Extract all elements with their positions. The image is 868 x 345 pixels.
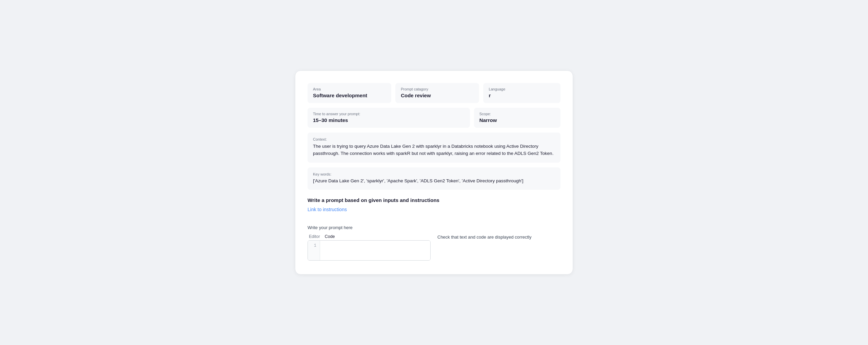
- editor-left: Write your prompt here Editor Code 1: [308, 225, 431, 261]
- scope-value: Narrow: [479, 117, 555, 123]
- code-editor-area: 1: [308, 240, 431, 261]
- language-label: Language: [489, 87, 555, 91]
- scope-label: Scope:: [479, 112, 555, 116]
- link-to-instructions[interactable]: Link to instructions: [308, 207, 347, 212]
- prompt-category-field: Prompt catagory Code review: [395, 83, 479, 103]
- editor-right-label: Check that text and code are displayed c…: [437, 235, 560, 240]
- second-row: Time to answer your prompt: 15–30 minute…: [308, 108, 560, 128]
- top-fields-row: Area Software development Prompt catagor…: [308, 83, 560, 103]
- line-numbers: 1: [308, 241, 320, 260]
- keywords-text: ['Azure Data Lake Gen 2', 'sparklyr', 'A…: [313, 178, 555, 184]
- context-text: The user is trying to query Azure Data L…: [313, 143, 555, 157]
- scope-field: Scope: Narrow: [474, 108, 560, 128]
- editor-right: Check that text and code are displayed c…: [437, 225, 560, 240]
- area-value: Software development: [313, 93, 386, 98]
- time-to-answer-value: 15–30 minutes: [313, 117, 465, 123]
- main-card: Area Software development Prompt catagor…: [295, 70, 573, 275]
- prompt-category-value: Code review: [401, 93, 474, 98]
- prompt-category-label: Prompt catagory: [401, 87, 474, 91]
- keywords-label: Key words:: [313, 172, 555, 176]
- language-field: Language r: [483, 83, 560, 103]
- tab-code[interactable]: Code: [323, 233, 338, 240]
- context-box: Context: The user is trying to query Azu…: [308, 133, 560, 163]
- editor-section: Write your prompt here Editor Code 1 Che…: [308, 225, 560, 261]
- editor-left-label: Write your prompt here: [308, 225, 431, 230]
- time-to-answer-label: Time to answer your prompt:: [313, 112, 465, 116]
- area-field: Area Software development: [308, 83, 391, 103]
- context-label: Context:: [313, 137, 555, 141]
- area-label: Area: [313, 87, 386, 91]
- language-value: r: [489, 93, 555, 98]
- section-heading: Write a prompt based on given inputs and…: [308, 197, 560, 203]
- time-to-answer-field: Time to answer your prompt: 15–30 minute…: [308, 108, 470, 128]
- editor-tabs: Editor Code: [308, 233, 431, 240]
- code-input[interactable]: [320, 241, 430, 260]
- tab-editor[interactable]: Editor: [308, 233, 323, 240]
- keywords-box: Key words: ['Azure Data Lake Gen 2', 'sp…: [308, 167, 560, 190]
- editor-columns: Write your prompt here Editor Code 1 Che…: [308, 225, 560, 261]
